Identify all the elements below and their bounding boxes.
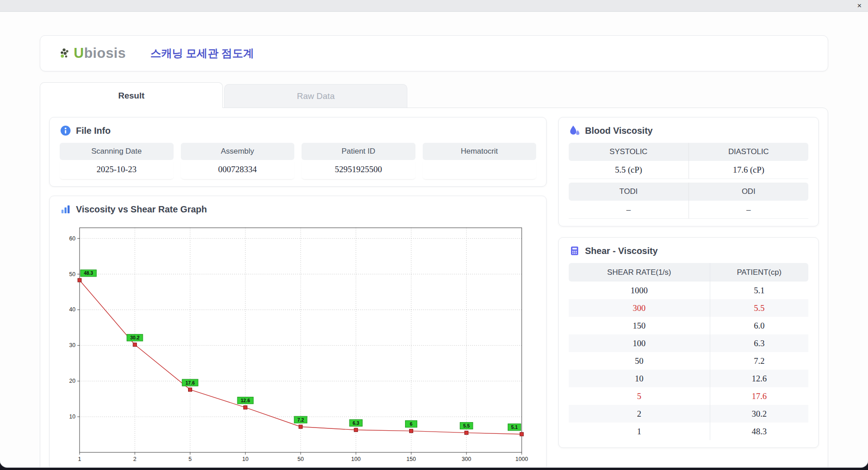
svg-text:17.6: 17.6 bbox=[185, 380, 195, 385]
blood-viscosity-title-row: Blood Viscosity bbox=[569, 125, 808, 136]
svg-text:7.2: 7.2 bbox=[297, 417, 304, 423]
svg-text:5.5: 5.5 bbox=[463, 423, 470, 428]
file-info-card: File Info Scanning Date 2025-10-23 Assem… bbox=[49, 117, 547, 187]
svg-text:30: 30 bbox=[69, 342, 75, 348]
sv-cell-shear: 300 bbox=[569, 299, 710, 317]
info-icon bbox=[60, 125, 71, 136]
bv-header-row: SYSTOLIC DIASTOLIC bbox=[569, 143, 808, 161]
table-row: 1506.0 bbox=[569, 317, 808, 334]
svg-text:40: 40 bbox=[69, 306, 75, 313]
shear-viscosity-table: SHEAR RATE(1/s) PATIENT(cp) 10005.1 3005… bbox=[569, 263, 808, 440]
bar-chart-icon bbox=[60, 203, 71, 215]
svg-text:20: 20 bbox=[69, 378, 75, 384]
sv-header-shear-rate: SHEAR RATE(1/s) bbox=[569, 263, 710, 282]
tab-bar: Result Raw Data bbox=[40, 82, 828, 108]
bv-header-odi: ODI bbox=[689, 183, 809, 201]
shear-viscosity-card: Shear - Viscosity SHEAR RATE(1/s) PATIEN… bbox=[558, 237, 819, 448]
svg-text:100: 100 bbox=[351, 456, 361, 462]
ubiosis-logo-icon bbox=[59, 47, 71, 59]
svg-text:1000: 1000 bbox=[515, 456, 528, 462]
table-row: 517.6 bbox=[569, 387, 808, 405]
droplets-icon bbox=[569, 125, 580, 136]
bv-value-odi: – bbox=[689, 201, 809, 219]
tab-result[interactable]: Result bbox=[40, 82, 223, 108]
sv-header-row: SHEAR RATE(1/s) PATIENT(cp) bbox=[569, 263, 808, 282]
svg-text:6.3: 6.3 bbox=[353, 420, 359, 426]
sv-cell-shear: 5 bbox=[569, 387, 710, 405]
field-patient-id: Patient ID 52951925500 bbox=[302, 143, 415, 179]
field-label: Hematocrit bbox=[423, 143, 537, 160]
sv-cell-shear: 150 bbox=[569, 317, 710, 334]
sv-cell-shear: 50 bbox=[569, 352, 710, 370]
table-row: 230.2 bbox=[569, 405, 808, 423]
svg-text:12.6: 12.6 bbox=[241, 398, 250, 403]
svg-text:300: 300 bbox=[462, 456, 471, 462]
table-row: 3005.5 bbox=[569, 299, 808, 317]
svg-text:50: 50 bbox=[297, 456, 304, 462]
titlebar: × bbox=[0, 0, 868, 12]
field-label: Scanning Date bbox=[60, 143, 174, 160]
sv-cell-patient: 5.1 bbox=[710, 282, 808, 299]
file-info-title-row: File Info bbox=[60, 125, 536, 136]
sv-cell-patient: 7.2 bbox=[710, 352, 808, 370]
field-value: 52951925500 bbox=[302, 160, 415, 179]
field-value: 000728334 bbox=[181, 160, 295, 179]
sv-cell-shear: 1 bbox=[569, 423, 710, 440]
close-button[interactable]: × bbox=[857, 2, 862, 9]
svg-text:1: 1 bbox=[78, 456, 81, 462]
sv-cell-patient: 17.6 bbox=[710, 387, 808, 405]
bv-header-row: TODI ODI bbox=[569, 183, 808, 201]
svg-text:30.2: 30.2 bbox=[130, 335, 140, 340]
blood-viscosity-title: Blood Viscosity bbox=[585, 126, 653, 136]
table-row: 10005.1 bbox=[569, 282, 808, 299]
field-label: Patient ID bbox=[302, 143, 415, 160]
shear-viscosity-title: Shear - Viscosity bbox=[585, 246, 658, 256]
viscosity-chart: 1020304050601251050100150300100048.330.2… bbox=[60, 221, 530, 467]
file-info-fields: Scanning Date 2025-10-23 Assembly 000728… bbox=[60, 143, 536, 179]
page-title-korean: 스캐닝 모세관 점도계 bbox=[150, 46, 254, 61]
sv-cell-patient: 30.2 bbox=[710, 405, 808, 423]
table-row: 1006.3 bbox=[569, 334, 808, 352]
table-row: 507.2 bbox=[569, 352, 808, 370]
svg-text:60: 60 bbox=[69, 235, 75, 242]
sv-cell-patient: 6.3 bbox=[710, 334, 808, 352]
blood-viscosity-table: SYSTOLIC DIASTOLIC 5.5 (cP) 17.6 (cP) TO… bbox=[569, 143, 808, 219]
svg-text:6: 6 bbox=[410, 421, 413, 427]
bv-value-diastolic: 17.6 (cP) bbox=[689, 161, 809, 179]
logo-text: Ubiosis bbox=[74, 45, 126, 61]
sv-cell-patient: 6.0 bbox=[710, 317, 808, 334]
calculator-icon bbox=[569, 245, 580, 257]
sv-header-patient: PATIENT(cp) bbox=[710, 263, 808, 282]
logo-letter-u: U bbox=[74, 45, 84, 61]
svg-text:50: 50 bbox=[69, 271, 75, 277]
table-row: 1012.6 bbox=[569, 370, 808, 387]
svg-text:48.3: 48.3 bbox=[84, 270, 93, 276]
sv-cell-patient: 12.6 bbox=[710, 370, 808, 387]
bv-value-row: – – bbox=[569, 201, 808, 219]
field-assembly: Assembly 000728334 bbox=[181, 143, 295, 179]
graph-card: Viscosity vs Shear Rate Graph 1020304050… bbox=[49, 196, 547, 467]
result-panel: File Info Scanning Date 2025-10-23 Assem… bbox=[40, 108, 828, 467]
bv-header-todi: TODI bbox=[569, 183, 689, 201]
header-card: Ubiosis 스캐닝 모세관 점도계 bbox=[40, 35, 828, 71]
svg-text:5: 5 bbox=[189, 456, 192, 462]
bv-header-diastolic: DIASTOLIC bbox=[689, 143, 809, 161]
graph-title: Viscosity vs Shear Rate Graph bbox=[76, 204, 207, 215]
field-scanning-date: Scanning Date 2025-10-23 bbox=[60, 143, 174, 179]
app-content: Ubiosis 스캐닝 모세관 점도계 Result Raw Data bbox=[0, 12, 868, 467]
svg-text:2: 2 bbox=[133, 456, 137, 462]
table-row: 148.3 bbox=[569, 423, 808, 440]
sv-cell-patient: 5.5 bbox=[710, 299, 808, 317]
logo-rest: biosis bbox=[84, 45, 126, 61]
svg-text:10: 10 bbox=[69, 414, 75, 420]
field-hematocrit: Hematocrit bbox=[423, 143, 537, 179]
sv-cell-shear: 2 bbox=[569, 405, 710, 423]
sv-cell-shear: 10 bbox=[569, 370, 710, 387]
bv-value-todi: – bbox=[569, 201, 689, 219]
shear-viscosity-title-row: Shear - Viscosity bbox=[569, 245, 808, 257]
field-label: Assembly bbox=[181, 143, 295, 160]
tab-raw-data[interactable]: Raw Data bbox=[224, 84, 407, 108]
left-column: File Info Scanning Date 2025-10-23 Assem… bbox=[49, 117, 547, 467]
field-value bbox=[423, 160, 537, 179]
app-window: × Ubiosis 스캐닝 모세관 점도계 bbox=[0, 0, 868, 467]
